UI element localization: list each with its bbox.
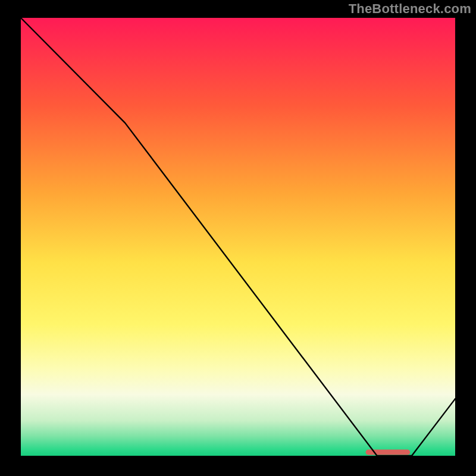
chart-container: TheBottleneck.com: [0, 0, 476, 476]
axis-left: [18, 18, 21, 459]
chart-svg: [0, 0, 476, 476]
watermark-text: TheBottleneck.com: [349, 1, 471, 17]
